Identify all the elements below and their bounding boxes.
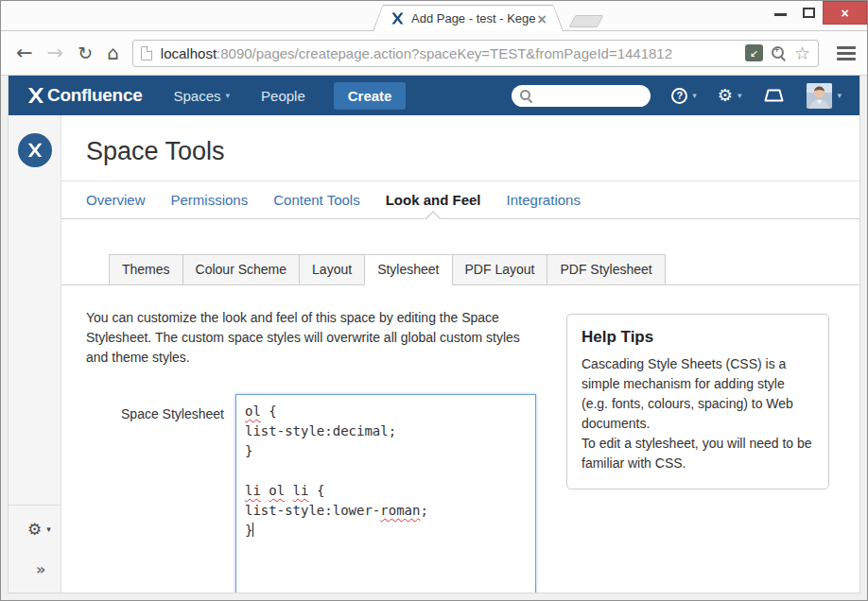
brand-text: Confluence xyxy=(47,85,142,106)
create-button[interactable]: Create xyxy=(334,82,407,110)
chevron-down-icon: ▾ xyxy=(692,91,697,100)
chevron-down-icon: ▾ xyxy=(46,524,51,534)
notifications-tray-icon[interactable] xyxy=(764,89,784,102)
avatar xyxy=(807,83,832,109)
content-area: ⚙ ▾ » Space Tools OverviewPermissionsCon… xyxy=(9,115,859,593)
confluence-logo-icon xyxy=(26,86,45,105)
subtab-pdf-layout[interactable]: PDF Layout xyxy=(452,254,548,285)
search-input[interactable] xyxy=(537,89,641,103)
page-viewport: Confluence Spaces▾People Create ? ▾ ⚙ ▾ xyxy=(8,76,860,593)
url-text[interactable]: localhost:8090/pages/createpage.action?s… xyxy=(161,45,738,61)
tab-overview[interactable]: Overview xyxy=(86,181,146,218)
new-tab-button[interactable] xyxy=(569,15,604,27)
subtab-stylesheet[interactable]: Stylesheet xyxy=(364,254,452,285)
misspelled-word: ol xyxy=(245,404,261,419)
browser-tab[interactable]: Add Page - test - Kegel8 × xyxy=(373,5,564,31)
subtab-layout[interactable]: Layout xyxy=(299,254,365,285)
back-icon[interactable]: ← xyxy=(16,43,33,63)
subtab-themes[interactable]: Themes xyxy=(109,254,183,285)
code-line: list-style:lower-roman; xyxy=(245,501,527,521)
code-line: li ol li { xyxy=(245,481,527,501)
subtab-colour-scheme[interactable]: Colour Scheme xyxy=(182,254,301,285)
code-line: list-style:decimal; xyxy=(245,421,527,441)
sidebar-divider xyxy=(9,505,61,506)
stylesheet-section: You can customize the look and feel of t… xyxy=(86,308,566,593)
title-bar: Add Page - test - Kegel8 × × xyxy=(1,1,867,31)
gear-icon: ⚙ xyxy=(27,520,42,539)
search-icon xyxy=(520,90,532,102)
bookmark-star-icon[interactable]: ☆ xyxy=(794,44,810,62)
close-button[interactable]: × xyxy=(823,1,867,25)
confluence-navbar: Confluence Spaces▾People Create ? ▾ ⚙ ▾ xyxy=(9,76,859,115)
help-tips-body: Cascading Style Sheets (CSS) is a simple… xyxy=(582,354,814,473)
sidebar-settings-menu[interactable]: ⚙ ▾ xyxy=(27,520,51,539)
gear-icon: ⚙ xyxy=(718,87,733,104)
chevron-down-icon: ▾ xyxy=(738,91,742,100)
maximize-button[interactable] xyxy=(794,1,823,18)
url-host: localhost xyxy=(161,45,217,61)
look-and-feel-subtabs: ThemesColour SchemeLayoutStylesheetPDF L… xyxy=(61,254,859,285)
tab-integrations[interactable]: Integrations xyxy=(507,181,581,218)
page-title: Space Tools xyxy=(86,137,859,166)
help-tips-box: Help Tips Cascading Style Sheets (CSS) i… xyxy=(566,314,829,489)
forward-icon[interactable]: → xyxy=(47,43,64,63)
extension-icon[interactable]: ↙ xyxy=(745,44,763,61)
stylesheet-textarea[interactable]: ol {list-style:decimal;}​li ol li {list-… xyxy=(235,394,536,593)
text-caret xyxy=(252,523,253,537)
browser-menu-icon[interactable] xyxy=(837,43,856,63)
zoom-icon[interactable]: + xyxy=(771,45,787,61)
navbar-item-spaces[interactable]: Spaces▾ xyxy=(173,88,230,104)
chevron-down-icon: ▾ xyxy=(226,91,231,100)
misspelled-word: ol xyxy=(269,483,285,498)
main-panel: Space Tools OverviewPermissionsContent T… xyxy=(61,115,859,593)
navbar-menu: Spaces▾People xyxy=(142,88,304,104)
intro-text: You can customize the look and feel of t… xyxy=(86,308,538,368)
navbar-item-people[interactable]: People xyxy=(261,88,305,104)
tab-close-icon[interactable]: × xyxy=(536,12,547,26)
space-sidebar: ⚙ ▾ » xyxy=(9,115,61,593)
browser-window: Add Page - test - Kegel8 × × ← → ↻ ⌂ loc… xyxy=(0,0,868,601)
search-box[interactable] xyxy=(512,85,651,107)
help-icon: ? xyxy=(671,88,687,104)
browser-toolbar: ← → ↻ ⌂ localhost:8090/pages/createpage.… xyxy=(1,31,867,76)
chevron-down-icon: ▾ xyxy=(837,91,842,100)
stylesheet-label: Space Stylesheet xyxy=(86,394,224,593)
tab-content-tools[interactable]: Content Tools xyxy=(273,181,359,218)
refresh-icon[interactable]: ↻ xyxy=(78,44,93,62)
code-line: ol { xyxy=(245,402,527,421)
address-bar[interactable]: localhost:8090/pages/createpage.action?s… xyxy=(132,40,819,67)
misspelled-word: roman xyxy=(380,503,420,518)
help-tips-title: Help Tips xyxy=(582,328,814,347)
admin-gear-menu[interactable]: ⚙ ▾ xyxy=(718,87,742,104)
confluence-favicon-icon xyxy=(391,11,405,26)
misspelled-word: li xyxy=(245,483,261,498)
tab-permissions[interactable]: Permissions xyxy=(171,181,249,218)
space-logo[interactable] xyxy=(18,133,52,167)
minimize-icon xyxy=(774,13,787,16)
code-line: ​ xyxy=(245,461,527,481)
help-tips-paragraph: Cascading Style Sheets (CSS) is a simple… xyxy=(582,354,814,434)
url-path: :8090/pages/createpage.action?spaceKey=T… xyxy=(217,45,672,61)
minimize-button[interactable] xyxy=(766,1,794,16)
page-icon xyxy=(141,46,152,60)
home-icon[interactable]: ⌂ xyxy=(107,43,119,62)
tab-look-and-feel[interactable]: Look and Feel xyxy=(386,181,481,218)
sidebar-expand-icon[interactable]: » xyxy=(36,560,45,578)
space-tools-tabs: OverviewPermissionsContent ToolsLook and… xyxy=(61,181,859,219)
subtab-pdf-stylesheet[interactable]: PDF Stylesheet xyxy=(547,254,665,285)
code-line: } xyxy=(245,521,527,541)
misspelled-word: li xyxy=(293,483,309,498)
tab-title: Add Page - test - Kegel8 xyxy=(411,11,536,26)
maximize-icon xyxy=(803,8,815,18)
help-tips-paragraph: To edit a stylesheet, you will need to b… xyxy=(582,434,814,473)
confluence-logo[interactable]: Confluence xyxy=(26,85,142,106)
help-menu[interactable]: ? ▾ xyxy=(671,88,697,104)
user-menu[interactable]: ▾ xyxy=(807,83,842,109)
code-line: } xyxy=(245,441,527,461)
